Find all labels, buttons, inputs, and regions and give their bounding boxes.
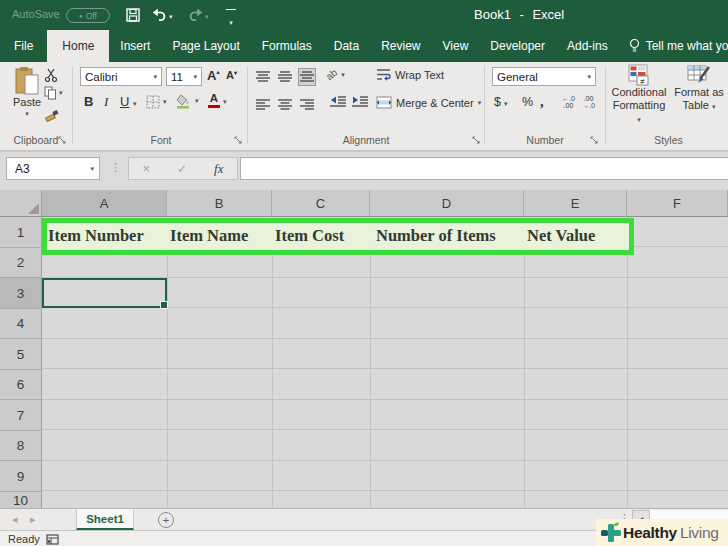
comma-style-button[interactable]: , <box>540 93 544 110</box>
row-header-4[interactable]: 4 <box>0 309 42 339</box>
row-header-10[interactable]: 10 <box>0 492 42 508</box>
tab-file[interactable]: File <box>0 30 47 62</box>
cut-button[interactable] <box>44 68 58 82</box>
align-left-button[interactable] <box>254 96 272 114</box>
fill-color-button[interactable]: ▾ <box>176 93 199 109</box>
increase-decimal-button[interactable]: ←.0 .00 <box>562 95 575 109</box>
bottom-align-button[interactable] <box>298 68 316 86</box>
conditional-formatting-button[interactable]: ≠ Conditional Formatting ▾ <box>611 64 667 126</box>
number-dialog-launcher[interactable] <box>590 136 599 145</box>
cell-e1[interactable]: Net Value <box>527 223 595 249</box>
underline-button[interactable]: U <box>120 94 129 109</box>
paste-button[interactable]: Paste ▾ <box>10 66 44 118</box>
cut-icon <box>44 68 58 82</box>
cell-c1[interactable]: Item Cost <box>275 223 344 249</box>
prev-sheet-arrow-icon[interactable]: ◂ <box>12 513 18 526</box>
align-right-button[interactable] <box>298 96 316 114</box>
status-ready-label: Ready <box>8 533 40 545</box>
top-align-button[interactable] <box>254 68 272 86</box>
cell-b1[interactable]: Item Name <box>170 223 248 249</box>
gridline <box>167 217 168 508</box>
row-header-8[interactable]: 8 <box>0 431 42 461</box>
tab-view[interactable]: View <box>432 30 480 62</box>
tab-insert[interactable]: Insert <box>109 30 161 62</box>
row-header-9[interactable]: 9 <box>0 461 42 492</box>
autosave-toggle[interactable]: ●Off <box>66 8 110 23</box>
row-header-1[interactable]: 1 <box>0 217 42 248</box>
next-sheet-arrow-icon[interactable]: ▸ <box>30 513 36 526</box>
number-group-label: Number <box>488 134 602 146</box>
font-color-button[interactable]: A ▾ <box>208 93 227 108</box>
bold-button[interactable]: B <box>84 94 93 109</box>
font-size-select[interactable]: 11 ▾ <box>166 67 202 86</box>
cell-grid[interactable]: Item Number Item Name Item Cost Number o… <box>42 217 728 508</box>
grow-font-button[interactable]: A▴ <box>207 68 219 83</box>
macro-record-button[interactable] <box>46 534 59 545</box>
select-all-triangle-icon <box>28 203 39 214</box>
decrease-decimal-button[interactable]: .00 →.0 <box>582 95 595 109</box>
redo-button[interactable]: ▾ <box>188 8 209 21</box>
row-header-5[interactable]: 5 <box>0 339 42 370</box>
row-header-6[interactable]: 6 <box>0 370 42 400</box>
orientation-button[interactable]: ab ▾ <box>326 69 345 80</box>
column-header-a[interactable]: A <box>42 190 167 217</box>
column-header-b[interactable]: B <box>167 190 272 217</box>
tab-developer[interactable]: Developer <box>479 30 556 62</box>
formula-input[interactable] <box>240 157 728 180</box>
gridline <box>524 217 525 508</box>
customize-qat-button[interactable]: ▾ <box>226 9 236 29</box>
copy-button[interactable]: ▾ <box>44 86 63 100</box>
accounting-format-button[interactable]: $▾ <box>494 95 507 109</box>
decrease-indent-button[interactable] <box>330 96 346 108</box>
enter-button[interactable]: ✓ <box>177 162 187 176</box>
borders-button[interactable]: ▾ <box>146 95 167 109</box>
save-button[interactable] <box>126 8 140 22</box>
middle-align-button[interactable] <box>276 68 294 86</box>
underline-caret-icon[interactable]: ▾ <box>133 100 137 108</box>
sheet-tab-sheet1[interactable]: Sheet1 <box>76 509 134 530</box>
insert-function-button[interactable]: fx <box>214 161 223 177</box>
increase-indent-button[interactable] <box>352 96 368 108</box>
undo-caret-icon[interactable]: ▾ <box>169 13 173 21</box>
column-header-f[interactable]: F <box>627 190 728 217</box>
row-header-2[interactable]: 2 <box>0 248 42 278</box>
percent-style-button[interactable]: % <box>522 95 533 109</box>
column-header-c[interactable]: C <box>272 190 370 217</box>
formula-bar-grip[interactable]: ⋮ <box>110 161 121 174</box>
align-center-button[interactable] <box>276 96 294 114</box>
tab-home[interactable]: Home <box>47 30 109 62</box>
format-as-table-button[interactable]: Format as Table ▾ <box>671 64 727 113</box>
undo-button[interactable]: ▾ <box>152 8 173 21</box>
row-header-3[interactable]: 3 <box>0 278 42 309</box>
shrink-font-button[interactable]: A▾ <box>226 69 237 81</box>
tab-formulas[interactable]: Formulas <box>251 30 323 62</box>
gridline <box>272 217 273 508</box>
column-header-d[interactable]: D <box>370 190 524 217</box>
name-box[interactable]: A3 ▾ <box>6 157 100 180</box>
font-name-select[interactable]: Calibri ▾ <box>80 67 162 86</box>
tab-data[interactable]: Data <box>323 30 370 62</box>
font-dialog-launcher[interactable] <box>234 136 243 145</box>
tab-add-ins[interactable]: Add-ins <box>556 30 619 62</box>
fill-handle[interactable] <box>160 301 168 309</box>
italic-button[interactable]: I <box>104 94 108 110</box>
format-painter-button[interactable] <box>44 108 59 122</box>
dollar-icon: $ <box>494 95 501 109</box>
wrap-text-button[interactable]: Wrap Text <box>376 68 444 81</box>
cell-a1[interactable]: Item Number <box>48 223 144 249</box>
clipboard-dialog-launcher[interactable] <box>58 136 67 145</box>
cancel-button[interactable]: × <box>142 161 150 176</box>
alignment-dialog-launcher[interactable] <box>472 136 481 145</box>
new-sheet-button[interactable]: + <box>158 512 174 528</box>
merge-center-button[interactable]: Merge & Center ▾ <box>376 96 481 109</box>
cell-d1[interactable]: Number of Items <box>376 223 496 249</box>
tab-page-layout[interactable]: Page Layout <box>161 30 250 62</box>
select-all-corner[interactable] <box>0 190 42 217</box>
tab-review[interactable]: Review <box>370 30 431 62</box>
number-format-select[interactable]: General ▾ <box>492 67 596 86</box>
column-header-e[interactable]: E <box>524 190 627 217</box>
copy-caret-icon: ▾ <box>59 89 63 97</box>
selected-cell-a3[interactable] <box>42 278 167 308</box>
tell-me-box[interactable]: Tell me what you want <box>629 30 728 62</box>
row-header-7[interactable]: 7 <box>0 400 42 431</box>
